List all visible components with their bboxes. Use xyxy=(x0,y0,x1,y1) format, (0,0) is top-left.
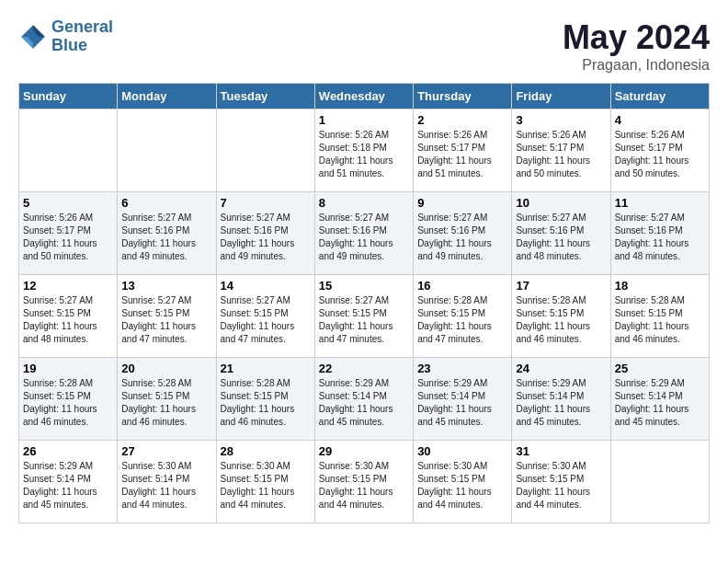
calendar-cell: 10Sunrise: 5:27 AMSunset: 5:16 PMDayligh… xyxy=(512,192,610,275)
month-title: May 2024 xyxy=(563,18,710,57)
day-number: 1 xyxy=(319,113,409,127)
day-number: 11 xyxy=(615,196,705,210)
day-number: 10 xyxy=(516,196,606,210)
weekday-header: Saturday xyxy=(610,84,709,109)
calendar-cell xyxy=(610,441,709,523)
calendar-cell: 30Sunrise: 5:30 AMSunset: 5:15 PMDayligh… xyxy=(414,441,512,523)
day-number: 22 xyxy=(319,362,409,375)
calendar-week-row: 26Sunrise: 5:29 AMSunset: 5:14 PMDayligh… xyxy=(19,441,710,523)
day-info: Sunrise: 5:28 AMSunset: 5:15 PMDaylight:… xyxy=(615,294,705,346)
logo: General Blue xyxy=(18,18,113,55)
calendar-cell: 11Sunrise: 5:27 AMSunset: 5:16 PMDayligh… xyxy=(610,192,709,275)
calendar-cell: 22Sunrise: 5:29 AMSunset: 5:14 PMDayligh… xyxy=(314,358,413,441)
day-info: Sunrise: 5:29 AMSunset: 5:14 PMDaylight:… xyxy=(615,377,705,429)
day-info: Sunrise: 5:26 AMSunset: 5:18 PMDaylight:… xyxy=(319,129,409,180)
day-number: 25 xyxy=(615,362,705,375)
day-info: Sunrise: 5:28 AMSunset: 5:15 PMDaylight:… xyxy=(516,294,606,346)
day-number: 18 xyxy=(615,279,705,293)
day-info: Sunrise: 5:27 AMSunset: 5:15 PMDaylight:… xyxy=(221,294,311,346)
day-info: Sunrise: 5:26 AMSunset: 5:17 PMDaylight:… xyxy=(417,129,507,180)
day-info: Sunrise: 5:27 AMSunset: 5:16 PMDaylight:… xyxy=(319,212,409,263)
calendar-cell: 6Sunrise: 5:27 AMSunset: 5:16 PMDaylight… xyxy=(118,192,216,275)
day-info: Sunrise: 5:28 AMSunset: 5:15 PMDaylight:… xyxy=(417,294,507,346)
day-info: Sunrise: 5:27 AMSunset: 5:16 PMDaylight:… xyxy=(221,212,311,263)
day-number: 4 xyxy=(615,113,705,127)
header-row: SundayMondayTuesdayWednesdayThursdayFrid… xyxy=(19,84,710,109)
logo-blue: Blue xyxy=(51,36,87,54)
day-number: 31 xyxy=(516,444,606,458)
day-number: 30 xyxy=(417,444,507,458)
day-number: 26 xyxy=(23,444,113,458)
calendar-cell: 20Sunrise: 5:28 AMSunset: 5:15 PMDayligh… xyxy=(118,358,216,441)
calendar-cell: 16Sunrise: 5:28 AMSunset: 5:15 PMDayligh… xyxy=(414,275,512,358)
weekday-header: Thursday xyxy=(414,84,512,109)
weekday-header: Sunday xyxy=(19,84,118,109)
page-header: General Blue May 2024 Pragaan, Indonesia xyxy=(18,18,710,74)
day-number: 17 xyxy=(516,279,606,293)
weekday-header: Tuesday xyxy=(216,84,314,109)
day-number: 28 xyxy=(221,444,311,458)
day-info: Sunrise: 5:30 AMSunset: 5:15 PMDaylight:… xyxy=(319,460,409,511)
day-info: Sunrise: 5:26 AMSunset: 5:17 PMDaylight:… xyxy=(516,129,606,180)
calendar-week-row: 19Sunrise: 5:28 AMSunset: 5:15 PMDayligh… xyxy=(19,358,710,441)
calendar-cell: 9Sunrise: 5:27 AMSunset: 5:16 PMDaylight… xyxy=(414,192,512,275)
day-number: 5 xyxy=(23,196,113,210)
calendar-cell: 25Sunrise: 5:29 AMSunset: 5:14 PMDayligh… xyxy=(610,358,709,441)
day-number: 14 xyxy=(221,279,311,293)
day-number: 29 xyxy=(319,444,409,458)
day-number: 8 xyxy=(319,196,409,210)
day-info: Sunrise: 5:27 AMSunset: 5:15 PMDaylight:… xyxy=(23,294,113,346)
calendar-cell: 12Sunrise: 5:27 AMSunset: 5:15 PMDayligh… xyxy=(19,275,118,358)
day-info: Sunrise: 5:27 AMSunset: 5:16 PMDaylight:… xyxy=(516,212,606,263)
calendar-cell: 1Sunrise: 5:26 AMSunset: 5:18 PMDaylight… xyxy=(314,109,413,192)
calendar-cell xyxy=(118,109,216,192)
day-number: 19 xyxy=(23,362,113,375)
day-number: 15 xyxy=(319,279,409,293)
day-number: 13 xyxy=(121,279,211,293)
day-number: 21 xyxy=(221,362,311,375)
calendar-cell: 18Sunrise: 5:28 AMSunset: 5:15 PMDayligh… xyxy=(610,275,709,358)
calendar-cell: 13Sunrise: 5:27 AMSunset: 5:15 PMDayligh… xyxy=(118,275,216,358)
title-block: May 2024 Pragaan, Indonesia xyxy=(563,18,710,74)
calendar-cell: 15Sunrise: 5:27 AMSunset: 5:15 PMDayligh… xyxy=(314,275,413,358)
day-info: Sunrise: 5:30 AMSunset: 5:15 PMDaylight:… xyxy=(516,460,606,511)
day-info: Sunrise: 5:29 AMSunset: 5:14 PMDaylight:… xyxy=(516,377,606,429)
calendar-cell: 28Sunrise: 5:30 AMSunset: 5:15 PMDayligh… xyxy=(216,441,314,523)
day-info: Sunrise: 5:26 AMSunset: 5:17 PMDaylight:… xyxy=(23,212,113,263)
calendar-cell: 26Sunrise: 5:29 AMSunset: 5:14 PMDayligh… xyxy=(19,441,118,523)
calendar-cell: 8Sunrise: 5:27 AMSunset: 5:16 PMDaylight… xyxy=(314,192,413,275)
day-number: 2 xyxy=(417,113,507,127)
day-number: 16 xyxy=(417,279,507,293)
day-number: 7 xyxy=(221,196,311,210)
calendar-cell: 2Sunrise: 5:26 AMSunset: 5:17 PMDaylight… xyxy=(414,109,512,192)
day-info: Sunrise: 5:27 AMSunset: 5:16 PMDaylight:… xyxy=(417,212,507,263)
day-info: Sunrise: 5:30 AMSunset: 5:15 PMDaylight:… xyxy=(417,460,507,511)
location: Pragaan, Indonesia xyxy=(563,57,710,74)
day-info: Sunrise: 5:29 AMSunset: 5:14 PMDaylight:… xyxy=(417,377,507,429)
calendar-cell: 21Sunrise: 5:28 AMSunset: 5:15 PMDayligh… xyxy=(216,358,314,441)
day-number: 6 xyxy=(121,196,211,210)
day-info: Sunrise: 5:30 AMSunset: 5:15 PMDaylight:… xyxy=(221,460,311,511)
weekday-header: Friday xyxy=(512,84,610,109)
weekday-header: Wednesday xyxy=(314,84,413,109)
calendar-cell: 27Sunrise: 5:30 AMSunset: 5:14 PMDayligh… xyxy=(118,441,216,523)
day-info: Sunrise: 5:29 AMSunset: 5:14 PMDaylight:… xyxy=(319,377,409,429)
calendar-cell: 3Sunrise: 5:26 AMSunset: 5:17 PMDaylight… xyxy=(512,109,610,192)
weekday-header: Monday xyxy=(118,84,216,109)
calendar-cell: 17Sunrise: 5:28 AMSunset: 5:15 PMDayligh… xyxy=(512,275,610,358)
day-number: 20 xyxy=(121,362,211,375)
day-info: Sunrise: 5:30 AMSunset: 5:14 PMDaylight:… xyxy=(121,460,211,511)
day-info: Sunrise: 5:29 AMSunset: 5:14 PMDaylight:… xyxy=(23,460,113,511)
calendar-week-row: 12Sunrise: 5:27 AMSunset: 5:15 PMDayligh… xyxy=(19,275,710,358)
logo-general: General xyxy=(51,17,113,36)
day-info: Sunrise: 5:27 AMSunset: 5:16 PMDaylight:… xyxy=(121,212,211,263)
calendar-cell: 4Sunrise: 5:26 AMSunset: 5:17 PMDaylight… xyxy=(610,109,709,192)
calendar-week-row: 1Sunrise: 5:26 AMSunset: 5:18 PMDaylight… xyxy=(19,109,710,192)
calendar-cell: 7Sunrise: 5:27 AMSunset: 5:16 PMDaylight… xyxy=(216,192,314,275)
day-info: Sunrise: 5:27 AMSunset: 5:16 PMDaylight:… xyxy=(615,212,705,263)
calendar-cell: 24Sunrise: 5:29 AMSunset: 5:14 PMDayligh… xyxy=(512,358,610,441)
day-number: 23 xyxy=(417,362,507,375)
calendar-week-row: 5Sunrise: 5:26 AMSunset: 5:17 PMDaylight… xyxy=(19,192,710,275)
day-number: 3 xyxy=(516,113,606,127)
day-info: Sunrise: 5:28 AMSunset: 5:15 PMDaylight:… xyxy=(121,377,211,429)
